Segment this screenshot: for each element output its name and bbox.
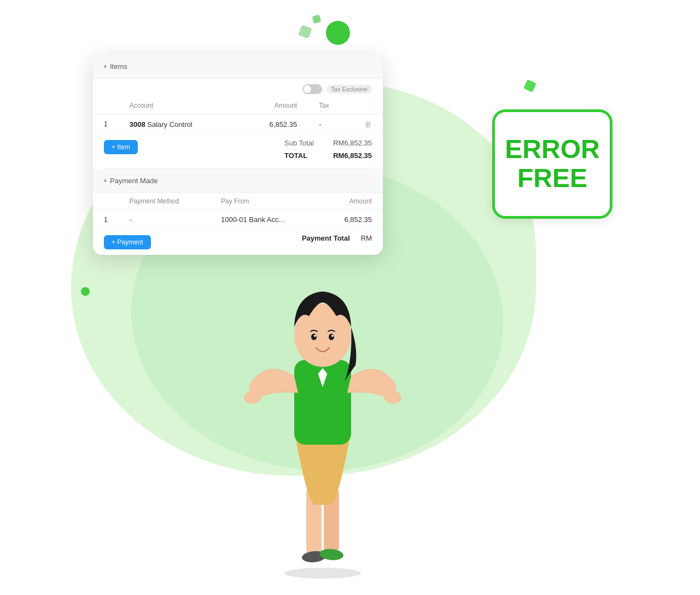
row-amount: 6,852.35 <box>238 114 308 135</box>
svg-point-0 <box>284 568 361 579</box>
row-tax: - <box>308 114 353 135</box>
row-delete[interactable]: 🗑 <box>353 114 383 135</box>
items-section-label: Items <box>110 62 127 71</box>
payment-row-number: 1 <box>93 210 119 230</box>
deco-circle-1 <box>326 21 350 45</box>
payment-total-label: Payment Total <box>302 234 350 242</box>
payment-amount-value: 6,852.35 <box>319 210 383 230</box>
payment-total-row: Payment Total RM <box>291 230 383 250</box>
deco-circle-2 <box>81 287 90 296</box>
total-value: RM6,852.35 <box>333 151 372 160</box>
table-row: 1 3008 Salary Control 6,852.35 - 🗑 <box>93 114 383 135</box>
sub-total-label: Sub Total <box>284 139 314 147</box>
main-ui-card: ▾ Items Tax Exclusive Account Amount Tax… <box>93 55 383 255</box>
svg-point-12 <box>314 335 316 337</box>
row-account: 3008 Salary Control <box>119 114 238 135</box>
payment-section-label: Payment Made <box>110 177 158 185</box>
payment-table: Payment Method Pay From Amount 1 - 1000-… <box>93 193 383 230</box>
total-label: TOTAL <box>284 151 307 160</box>
col-tax: Tax <box>308 97 353 114</box>
payment-method-value: - <box>119 210 210 230</box>
col-account: Account <box>119 97 238 114</box>
items-chevron-icon: ▾ <box>104 63 107 69</box>
account-code: 3008 <box>130 120 145 129</box>
payment-chevron-icon: ▾ <box>104 178 107 184</box>
total-row: TOTAL RM6,852.35 <box>284 149 372 162</box>
add-item-button[interactable]: + Item <box>104 140 138 154</box>
sub-total-value: RM6,852.35 <box>333 139 372 147</box>
col-pay-from: Pay From <box>210 193 319 210</box>
payment-table-row: 1 - 1000-01 Bank Acc... 6,852.35 <box>93 210 383 230</box>
svg-point-13 <box>331 335 334 337</box>
person-illustration <box>235 250 410 579</box>
tax-toggle-row: Tax Exclusive <box>93 79 383 97</box>
tax-toggle-label: Tax Exclusive <box>326 85 372 94</box>
payment-total-value: RM <box>361 234 372 242</box>
tax-toggle-switch[interactable] <box>302 84 322 94</box>
col-amount: Amount <box>238 97 308 114</box>
row-number: 1 <box>93 114 119 135</box>
sub-total-row: Sub Total RM6,852.35 <box>284 137 372 149</box>
items-table: Account Amount Tax 1 3008 Salary Control… <box>93 97 383 135</box>
payment-from-value: 1000-01 Bank Acc... <box>210 210 319 230</box>
error-free-line1: ERROR <box>505 135 599 164</box>
items-section-header: ▾ Items <box>93 55 383 79</box>
error-free-badge: ERROR FREE <box>492 109 612 219</box>
payment-section-header: ▾ Payment Made <box>93 169 383 193</box>
col-payment-method: Payment Method <box>119 193 210 210</box>
add-payment-button[interactable]: + Payment <box>104 235 151 249</box>
delete-icon[interactable]: 🗑 <box>364 120 372 129</box>
svg-point-10 <box>311 334 317 340</box>
col-pay-amount: Amount <box>319 193 383 210</box>
svg-point-11 <box>329 334 334 340</box>
error-free-line2: FREE <box>517 164 587 193</box>
